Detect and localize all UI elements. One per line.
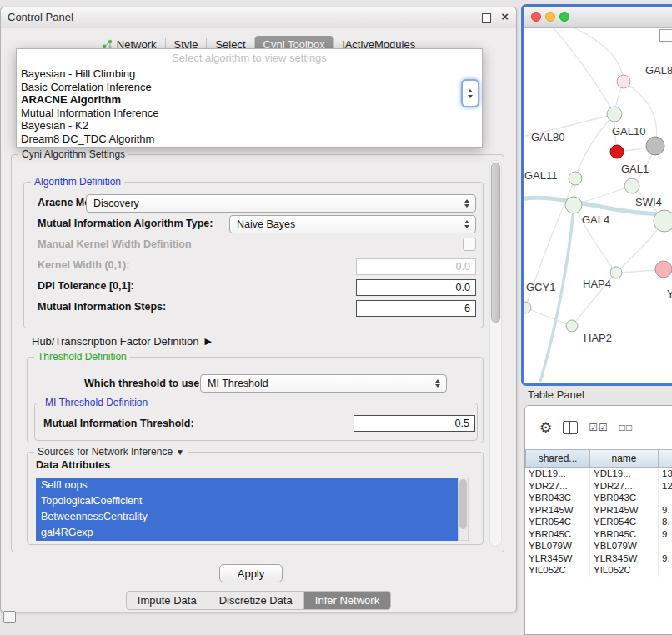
- select-all-icon[interactable]: ☑☑: [589, 422, 609, 432]
- hub-definition-toggle[interactable]: Hub/Transcription Factor Definition ▶: [32, 335, 212, 348]
- cell[interactable]: YPR145W: [590, 504, 659, 517]
- list-item[interactable]: SelfLoops: [36, 478, 458, 493]
- cell[interactable]: 9.: [659, 552, 672, 565]
- close-button[interactable]: [531, 12, 541, 22]
- cell[interactable]: [659, 492, 672, 504]
- node-label: HAP4: [583, 278, 611, 290]
- collapsed-panel-icon[interactable]: [3, 611, 16, 623]
- cell[interactable]: YDL19...: [525, 468, 590, 480]
- network-window-titlebar[interactable]: [524, 7, 672, 28]
- tab-discretize-data[interactable]: Discretize Data: [208, 592, 303, 609]
- node-label: SWI4: [635, 196, 662, 208]
- aracne-mode-select[interactable]: Discovery: [86, 194, 476, 212]
- network-node[interactable]: [607, 107, 622, 122]
- list-item[interactable]: BetweennessCentrality: [36, 509, 458, 525]
- table-row[interactable]: YIL052C YIL052C: [525, 564, 672, 577]
- network-node[interactable]: [646, 137, 664, 155]
- mi-steps-field[interactable]: 6: [356, 300, 476, 317]
- table-row[interactable]: YER054C YER054C 8.: [525, 516, 672, 528]
- cell[interactable]: YDR27...: [590, 480, 659, 492]
- network-node[interactable]: [655, 261, 672, 278]
- zoom-button[interactable]: [559, 12, 569, 22]
- network-node-selected[interactable]: [610, 145, 624, 158]
- network-node[interactable]: [654, 210, 672, 232]
- cell[interactable]: YDR27...: [525, 480, 590, 492]
- float-window-icon[interactable]: [482, 13, 491, 22]
- apply-button[interactable]: Apply: [219, 564, 283, 582]
- which-threshold-value: MI Threshold: [208, 378, 268, 389]
- network-node[interactable]: [624, 178, 639, 193]
- cell[interactable]: YLR345W: [590, 552, 659, 565]
- cell[interactable]: 9.: [659, 504, 672, 517]
- dpi-tolerance-label: DPI Tolerance [0,1]:: [38, 280, 134, 292]
- network-node[interactable]: [524, 302, 531, 313]
- cell[interactable]: YPR145W: [525, 504, 590, 517]
- data-attributes-list[interactable]: SelfLoops TopologicalCoefficient Between…: [36, 478, 458, 541]
- table-row[interactable]: YBL079W YBL079W: [525, 540, 672, 552]
- popup-item-selected[interactable]: ARACNE Algorithm: [17, 93, 482, 107]
- attributes-scrollbar[interactable]: [458, 478, 469, 541]
- cell[interactable]: [659, 540, 672, 552]
- network-node[interactable]: [617, 75, 630, 88]
- table-row[interactable]: YDL19... YDL19... 13: [525, 468, 672, 480]
- network-node[interactable]: [566, 320, 578, 332]
- cell[interactable]: YIL052C: [590, 564, 659, 577]
- cell[interactable]: YLR345W: [525, 552, 590, 565]
- popup-item[interactable]: Dream8 DC_TDC Algorithm: [17, 132, 482, 146]
- cyni-algorithm-settings-group: Cyni Algorithm Settings Algorithm Defini…: [11, 154, 504, 552]
- deselect-all-icon[interactable]: □□: [619, 422, 634, 432]
- cell[interactable]: 9.: [659, 528, 672, 541]
- column-header[interactable]: [659, 449, 672, 468]
- cell[interactable]: 13: [659, 468, 672, 480]
- which-threshold-select[interactable]: MI Threshold: [200, 374, 447, 392]
- list-item[interactable]: TopologicalCoefficient: [36, 493, 458, 509]
- mi-threshold-field[interactable]: 0.5: [354, 415, 475, 432]
- manual-kernel-width-checkbox[interactable]: [463, 238, 476, 251]
- cell[interactable]: YBL079W: [590, 540, 659, 552]
- dpi-tolerance-field[interactable]: 0.0: [356, 279, 476, 296]
- cell[interactable]: YBR045C: [590, 528, 659, 541]
- table-row[interactable]: YLR345W YLR345W 9.: [525, 552, 672, 565]
- scrollbar-thumb[interactable]: [491, 162, 500, 322]
- sources-group-title[interactable]: Sources for Network Inference ▼: [34, 446, 188, 458]
- overview-toggle[interactable]: [659, 29, 672, 42]
- cell[interactable]: 12: [659, 480, 672, 492]
- cell[interactable]: YER054C: [525, 516, 590, 528]
- cell[interactable]: YBR043C: [590, 492, 659, 504]
- table-row[interactable]: YBR045C YBR045C 9.: [525, 528, 672, 541]
- control-panel-title: Control Panel: [8, 11, 73, 23]
- network-canvas[interactable]: GAL8 GAL80 GAL10 GAL11 GAL1 SWI4 GAL4 GC…: [524, 28, 672, 383]
- network-node[interactable]: [565, 197, 582, 213]
- scrollbar-thumb[interactable]: [459, 479, 467, 529]
- cell[interactable]: YBR043C: [525, 492, 590, 504]
- gear-icon[interactable]: ⚙: [539, 421, 552, 435]
- network-node[interactable]: [569, 172, 582, 185]
- mi-algorithm-type-select[interactable]: Naive Bayes: [229, 215, 476, 233]
- cell[interactable]: 8.: [659, 516, 672, 528]
- table-row[interactable]: YPR145W YPR145W 9.: [525, 504, 672, 517]
- columns-icon[interactable]: [563, 421, 578, 434]
- popup-item[interactable]: Mutual Information Inference: [17, 107, 482, 120]
- network-node[interactable]: [610, 267, 622, 278]
- algorithm-combo-stepper[interactable]: [461, 79, 479, 108]
- tab-infer-network[interactable]: Infer Network: [303, 592, 390, 609]
- popup-item[interactable]: Bayesian - K2: [17, 119, 482, 132]
- cell[interactable]: YIL052C: [525, 564, 590, 577]
- cell[interactable]: YBL079W: [525, 540, 590, 552]
- list-item[interactable]: gal4RGexp: [36, 525, 458, 541]
- cell[interactable]: [659, 564, 672, 577]
- popup-item[interactable]: Bayesian - Hill Climbing: [17, 68, 482, 81]
- tab-impute-data[interactable]: Impute Data: [127, 592, 208, 609]
- close-icon[interactable]: ×: [501, 9, 509, 23]
- table-row[interactable]: YDR27... YDR27... 12: [525, 480, 672, 492]
- kernel-width-field[interactable]: 0.0: [356, 258, 476, 275]
- popup-item[interactable]: Basic Correlation Inference: [17, 81, 482, 94]
- column-header[interactable]: shared...: [525, 449, 590, 468]
- column-header[interactable]: name: [590, 449, 659, 468]
- cell[interactable]: YER054C: [590, 516, 659, 528]
- cell[interactable]: YBR045C: [525, 528, 590, 541]
- table-row[interactable]: YBR043C YBR043C: [525, 492, 672, 504]
- minimize-button[interactable]: [545, 12, 555, 22]
- cell[interactable]: YDL19...: [590, 468, 659, 480]
- settings-scrollbar[interactable]: [489, 160, 502, 547]
